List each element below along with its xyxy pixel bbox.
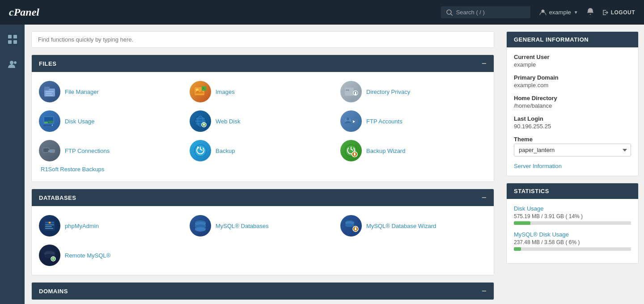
svg-point-49 xyxy=(354,152,356,154)
statistics-panel: STATISTICS Disk Usage 575.19 MB / 3.91 G… xyxy=(506,183,639,264)
mysql-disk-bar-bg xyxy=(514,247,631,251)
disk-usage-item[interactable]: Disk Usage xyxy=(39,110,185,132)
svg-point-45 xyxy=(195,145,206,156)
user-menu[interactable]: example ▼ xyxy=(539,9,578,16)
databases-section-header[interactable]: DATABASES − xyxy=(32,189,494,206)
logout-button[interactable]: LOGOUT xyxy=(602,9,635,16)
svg-rect-11 xyxy=(46,91,54,92)
svg-point-28 xyxy=(52,125,53,126)
ftp-connections-item[interactable]: FTP Connections xyxy=(39,140,185,161)
mysql-disk-stat-value: 237.48 MB / 3.58 GB ( 6% ) xyxy=(514,239,631,245)
svg-point-7 xyxy=(10,61,13,64)
svg-rect-25 xyxy=(44,122,48,123)
files-items-grid: File Manager Images xyxy=(39,81,487,161)
databases-section-body: phpMyAdmin xyxy=(32,206,494,275)
web-disk-icon xyxy=(190,110,211,132)
svg-rect-19 xyxy=(346,89,349,91)
ftp-accounts-item[interactable]: FTP Accounts xyxy=(340,110,487,132)
svg-point-38 xyxy=(347,118,349,120)
mysql-disk-stat-label[interactable]: MySQL® Disk Usage xyxy=(514,231,631,238)
grid-icon xyxy=(8,34,17,44)
phpmyadmin-label: phpMyAdmin xyxy=(65,223,99,229)
user-caret-icon: ▼ xyxy=(574,10,578,15)
images-label: Images xyxy=(216,89,235,95)
backup-wizard-label: Backup Wizard xyxy=(366,148,405,154)
backup-icon xyxy=(190,140,211,161)
ftp-accounts-icon xyxy=(340,110,362,132)
files-collapse-icon[interactable]: − xyxy=(482,59,487,68)
svg-point-70 xyxy=(355,227,356,229)
mysql-database-wizard-item[interactable]: MySQL® Database Wizard xyxy=(340,215,487,236)
mysql-databases-icon xyxy=(190,215,211,236)
svg-rect-41 xyxy=(43,148,49,152)
server-info-link[interactable]: Server Information xyxy=(514,163,631,169)
web-disk-item[interactable]: Web Disk xyxy=(190,110,336,132)
disk-usage-label: Disk Usage xyxy=(65,118,94,125)
current-user-label: Current User xyxy=(514,54,631,60)
file-manager-icon xyxy=(39,81,60,102)
quick-find-bar[interactable] xyxy=(31,31,494,48)
sidebar-grid-icon[interactable] xyxy=(4,31,21,47)
svg-rect-5 xyxy=(8,40,12,44)
files-section-header[interactable]: FILES − xyxy=(32,55,494,72)
mysql-databases-item[interactable]: MySQL® Databases xyxy=(190,215,336,236)
databases-collapse-icon[interactable]: − xyxy=(482,194,487,202)
quick-find-input[interactable] xyxy=(32,32,494,47)
current-user-value: example xyxy=(514,61,631,68)
mysql-database-wizard-label: MySQL® Database Wizard xyxy=(366,223,436,229)
file-manager-item[interactable]: File Manager xyxy=(39,81,185,102)
ftp-connections-label: FTP Connections xyxy=(65,148,110,154)
images-item[interactable]: Images xyxy=(190,81,336,102)
backup-item[interactable]: Backup xyxy=(190,140,336,161)
svg-rect-4 xyxy=(13,35,17,38)
logout-icon xyxy=(602,9,609,16)
files-section: FILES − xyxy=(31,55,494,182)
directory-privacy-item[interactable]: Directory Privacy xyxy=(340,81,487,102)
topnav: cPanel Search ( / ) example ▼ LOGOUT xyxy=(0,0,644,25)
domains-header-label: DOMAINS xyxy=(39,288,68,295)
svg-point-36 xyxy=(203,123,205,125)
svg-rect-26 xyxy=(48,121,53,123)
search-icon xyxy=(446,9,453,16)
disk-usage-stat-value: 575.19 MB / 3.91 GB ( 14% ) xyxy=(514,213,631,220)
cpanel-logo: cPanel xyxy=(9,6,39,18)
disk-usage-stat-label[interactable]: Disk Usage xyxy=(514,205,631,212)
r1soft-link[interactable]: R1Soft Restore Backups xyxy=(39,166,487,173)
bell-icon xyxy=(586,8,594,16)
remote-mysql-icon xyxy=(39,245,60,266)
search-label: Search ( / ) xyxy=(456,9,485,16)
general-info-panel: GENERAL INFORMATION Current User example… xyxy=(506,31,639,176)
svg-point-0 xyxy=(447,10,451,14)
ftp-accounts-label: FTP Accounts xyxy=(366,118,402,125)
ftp-connections-icon xyxy=(39,140,60,161)
theme-select[interactable]: paper_lantern xyxy=(514,144,631,156)
main-layout: FILES − xyxy=(0,25,644,304)
general-info-body: Current User example Primary Domain exam… xyxy=(507,47,638,176)
home-directory-value: /home/balance xyxy=(514,102,631,109)
directory-privacy-icon xyxy=(340,81,362,102)
svg-rect-18 xyxy=(345,88,354,96)
general-info-header: GENERAL INFORMATION xyxy=(507,32,638,47)
svg-rect-13 xyxy=(46,95,53,96)
user-icon xyxy=(539,9,547,16)
svg-rect-54 xyxy=(45,226,52,227)
files-section-body: File Manager Images xyxy=(32,72,494,182)
directory-privacy-label: Directory Privacy xyxy=(366,89,410,95)
remote-mysql-item[interactable]: Remote MySQL® xyxy=(39,245,185,266)
r1soft-anchor[interactable]: R1Soft Restore Backups xyxy=(41,166,104,173)
mysql-database-wizard-icon xyxy=(340,215,362,236)
web-disk-label: Web Disk xyxy=(216,118,240,125)
domains-collapse-icon[interactable]: − xyxy=(482,287,487,295)
statistics-header: STATISTICS xyxy=(507,183,638,199)
svg-rect-50 xyxy=(354,154,356,156)
images-icon xyxy=(190,81,211,102)
notifications-bell[interactable] xyxy=(586,8,594,17)
search-bar[interactable]: Search ( / ) xyxy=(441,6,530,18)
phpmyadmin-item[interactable]: phpMyAdmin xyxy=(39,215,185,236)
svg-rect-53 xyxy=(45,224,54,225)
backup-wizard-item[interactable]: Backup Wizard xyxy=(340,140,487,161)
domains-section-header[interactable]: DOMAINS − xyxy=(32,283,494,300)
logout-label: LOGOUT xyxy=(611,9,635,16)
svg-rect-56 xyxy=(49,222,51,224)
sidebar-users-icon[interactable] xyxy=(4,56,21,72)
